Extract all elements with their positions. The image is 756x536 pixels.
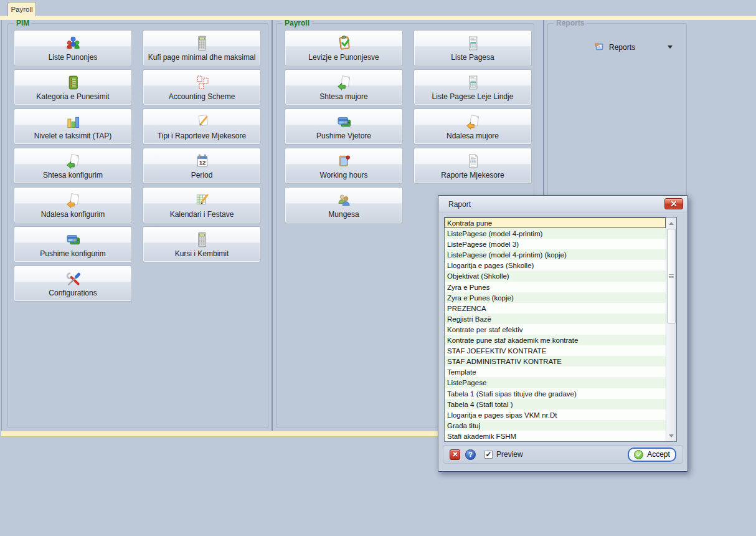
dialog-close-button[interactable] (664, 198, 683, 209)
button-working-hours[interactable]: Working hours (285, 148, 403, 184)
raport-dialog: Raport Kontrata puneListePagese (model 4… (438, 195, 688, 472)
cards-icon (64, 231, 82, 249)
report-list-item[interactable]: STAF ADMINISTRATIV KONTRATE (445, 356, 666, 366)
button-shtesa-konfigurim[interactable]: Shtesa konfigurim (14, 148, 132, 184)
button-label: Pushime Vjetore (316, 132, 371, 140)
report-list-item[interactable]: Tabela 1 (Stafi sipas titujve dhe gradav… (445, 388, 666, 399)
bars-icon (64, 113, 82, 131)
button-nivelet-e-taksimit-tap[interactable]: Nivelet e taksimit (TAP) (14, 108, 132, 145)
button-label: Working hours (319, 171, 367, 179)
button-pushime-vjetore[interactable]: Pushime Vjetore (285, 108, 403, 145)
button-accounting-scheme[interactable]: Accounting Scheme (143, 69, 261, 105)
button-levizje-e-punonjesve[interactable]: Levizje e Punonjesve (285, 30, 403, 66)
button-label: Nivelet e taksimit (TAP) (34, 132, 111, 140)
cards-icon (335, 113, 353, 131)
button-label: Liste Pagese Leje Lindje (432, 92, 514, 101)
button-label: Kategoria e Punesimit (36, 92, 109, 101)
page-green-icon (335, 74, 353, 92)
accept-button[interactable]: Accept (628, 447, 676, 462)
help-icon: ? (468, 451, 473, 458)
button-label: Ndalesa konfigurim (41, 210, 105, 219)
table-pencil-icon (193, 191, 211, 209)
calc-icon (193, 34, 211, 52)
button-period[interactable]: Period (143, 148, 261, 184)
paper-pencil-icon (193, 113, 211, 131)
report-list-item[interactable]: Regjistri Bazë (445, 313, 666, 324)
dialog-footer: ? ✓ Preview Accept (443, 445, 683, 464)
report-list-item[interactable]: Kontrate per staf efektiv (445, 324, 666, 335)
button-ndalesa-konfigurim[interactable]: Ndalesa konfigurim (14, 187, 132, 223)
help-button[interactable]: ? (465, 449, 476, 460)
dialog-titlebar: Raport (439, 196, 687, 213)
button-label: Raporte Mjekesore (441, 171, 504, 179)
button-label: Shtesa mujore (319, 92, 367, 101)
button-label: Period (191, 171, 213, 179)
content-left-border (1, 20, 2, 436)
report-list-item[interactable]: Kontrata pune (445, 218, 666, 228)
button-mungesa[interactable]: Mungesa (285, 187, 403, 223)
button-raporte-mjekesore[interactable]: Raporte Mjekesore (413, 148, 532, 184)
pim-panel-title: PIM (14, 19, 32, 27)
scheme-icon (193, 74, 211, 92)
accept-check-icon (634, 450, 643, 459)
button-liste-punonjes[interactable]: Liste Punonjes (14, 30, 132, 66)
button-kalendari-i-festave[interactable]: Kalendari i Festave (143, 187, 261, 223)
report-list-item[interactable]: ListePagese (model 4-printim) (kopje) (445, 249, 666, 260)
cal12-icon (193, 152, 211, 170)
dialog-title: Raport (448, 200, 471, 209)
button-label: Kursi i Kembimit (175, 249, 229, 258)
button-label: Kufi page minimal dhe maksimal (148, 53, 256, 62)
sheet-icon (464, 34, 482, 52)
button-pushime-konfigurim[interactable]: Pushime konfigurim (14, 226, 132, 262)
report-list-item[interactable]: Kontrate pune staf akademik me kontrate (445, 335, 666, 345)
button-label: Mungesa (328, 210, 359, 219)
report-list-item[interactable]: Stafi akademik FSHM (445, 431, 666, 441)
button-label: Pushime konfigurim (40, 249, 105, 258)
clip-check-icon (335, 34, 353, 52)
users3-icon (64, 34, 82, 52)
report-list: Kontrata puneListePagese (model 4-printi… (444, 217, 677, 442)
scroll-down-arrow[interactable] (666, 431, 676, 441)
preview-checkbox[interactable]: ✓ (484, 451, 493, 459)
report-list-item[interactable]: Llogaritja e pages (Shkolle) (445, 260, 666, 270)
button-shtesa-mujore[interactable]: Shtesa mujore (285, 69, 403, 105)
report-list-item[interactable]: ListePagese (445, 377, 666, 388)
calc-icon (193, 231, 211, 249)
button-configurations[interactable]: Configurations (14, 266, 132, 302)
doc-report-icon (464, 152, 482, 170)
reports-dropdown[interactable]: Reports (590, 39, 678, 55)
button-label: Levizje e Punonjesve (308, 53, 379, 62)
button-kategoria-e-punesimit[interactable]: Kategoria e Punesimit (14, 69, 132, 105)
report-list-scrollbar[interactable] (666, 218, 676, 441)
cancel-button[interactable] (450, 449, 460, 460)
report-list-item[interactable]: PREZENCA (445, 303, 666, 313)
button-tipi-i-raporteve-mjekesore[interactable]: Tipi i Raporteve Mjekesore (143, 108, 261, 145)
report-list-item[interactable]: Llogaritja e pages sipas VKM nr.Dt (445, 409, 666, 420)
button-kufi-page-minimal-dhe-maksimal[interactable]: Kufi page minimal dhe maksimal (143, 30, 261, 66)
tab-payroll[interactable]: Payroll (7, 2, 36, 16)
preview-label: Preview (496, 450, 523, 459)
note-pin-icon (335, 152, 353, 170)
report-list-item[interactable]: Objektivat (Shkolle) (445, 270, 666, 281)
pim-panel: PIM Liste PunonjesKufi page minimal dhe … (7, 23, 268, 428)
button-label: Ndalesa mujore (447, 132, 499, 140)
button-liste-pagesa[interactable]: Liste Pagesa (413, 30, 532, 66)
button-kursi-i-kembimit[interactable]: Kursi i Kembimit (143, 226, 261, 262)
report-list-item[interactable]: ListePagese (model 3) (445, 239, 666, 249)
report-list-item[interactable]: Zyra e Punes (kopje) (445, 292, 666, 303)
report-list-item[interactable]: ListePagese (model 4-printim) (445, 228, 666, 239)
panel-divider-1 (272, 19, 273, 431)
report-list-item[interactable]: STAF JOEFEKTIV KONTRATE (445, 345, 666, 356)
page-green-icon (64, 152, 82, 170)
scroll-up-arrow[interactable] (666, 218, 676, 228)
tools-icon (64, 270, 82, 288)
button-label: Liste Pagesa (451, 53, 494, 62)
report-list-item[interactable]: Zyra e Punes (445, 282, 666, 292)
report-list-item[interactable]: Grada tituj (445, 420, 666, 431)
button-ndalesa-mujore[interactable]: Ndalesa mujore (413, 108, 532, 145)
report-list-item[interactable]: Template (445, 366, 666, 377)
report-list-item[interactable]: Tabela 4 (Stafi total ) (445, 399, 666, 409)
scroll-thumb[interactable] (667, 229, 676, 323)
report-rows: Kontrata puneListePagese (model 4-printi… (445, 218, 666, 441)
button-liste-pagese-leje-lindje[interactable]: Liste Pagese Leje Lindje (413, 69, 532, 105)
